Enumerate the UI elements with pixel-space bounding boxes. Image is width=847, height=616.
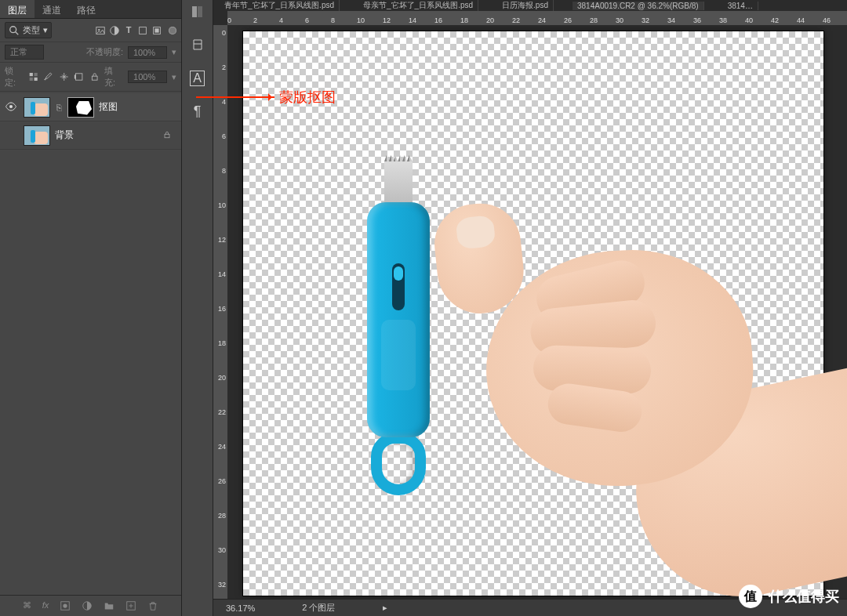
vertical-ruler[interactable]: 02468101214161820222426283032 <box>213 25 227 599</box>
link-layers-icon[interactable]: ⌘ <box>23 600 31 611</box>
svg-rect-9 <box>35 73 38 76</box>
arrow-icon <box>196 96 274 98</box>
canvas-viewport[interactable] <box>227 25 847 599</box>
svg-point-3 <box>98 28 100 30</box>
svg-rect-14 <box>92 76 97 80</box>
trash-icon[interactable] <box>147 600 158 611</box>
svg-rect-7 <box>154 28 158 32</box>
layer-row[interactable]: 背景 <box>0 121 181 150</box>
lock-brush-icon[interactable] <box>43 71 53 82</box>
svg-point-18 <box>64 603 67 607</box>
doc-tab[interactable]: 日历海报.psd <box>497 0 554 11</box>
svg-rect-11 <box>35 78 38 81</box>
annotation-callout: 蒙版抠图 <box>196 88 336 107</box>
folder-icon[interactable] <box>104 600 115 611</box>
panel-tabs: 图层 通道 路径 <box>0 0 181 19</box>
filter-type-dropdown[interactable]: 类型 ▾ <box>5 22 52 38</box>
chevron-down-icon[interactable]: ▾ <box>172 72 176 82</box>
svg-rect-13 <box>75 74 76 78</box>
lock-label: 锁定: <box>5 65 24 89</box>
doc-tab-active[interactable]: 3814A0019.CR2 @ 36.2%(RGB/8) <box>573 2 704 10</box>
horizontal-ruler[interactable]: 0246810121416182022242628303234363840424… <box>227 11 847 25</box>
svg-point-0 <box>10 26 16 32</box>
svg-rect-8 <box>30 73 33 76</box>
layer-count: 2 个图层 <box>302 602 335 614</box>
svg-rect-12 <box>76 74 82 80</box>
blend-mode-dropdown[interactable]: 正常 <box>5 45 44 60</box>
tab-channels[interactable]: 通道 <box>35 0 69 18</box>
watermark-text: 什么值得买 <box>769 587 839 606</box>
filter-label: 类型 <box>23 24 40 36</box>
doc-tab[interactable]: 青年节_它坏了_日系风线图.psd <box>220 0 340 11</box>
doc-tab[interactable]: 母亲节_它坏了_日系风线图.psd <box>358 0 478 11</box>
layers-list: ⎘ 抠图 背景 <box>0 92 181 595</box>
watermark: 值 什么值得买 <box>739 585 839 608</box>
layer-name[interactable]: 背景 <box>55 129 74 142</box>
blend-row: 正常 不透明度: 100% ▾ <box>0 42 181 63</box>
mask-thumbnail[interactable] <box>67 97 94 118</box>
hand-illustration <box>416 219 847 572</box>
lock-icon <box>162 130 172 141</box>
visibility-toggle[interactable] <box>3 102 19 113</box>
layer-row[interactable]: ⎘ 抠图 <box>0 93 181 121</box>
layers-panel: 图层 通道 路径 类型 ▾ T 正常 不透明度: 100% ▾ <box>0 0 182 616</box>
mask-link-icon[interactable]: ⎘ <box>55 103 63 112</box>
filter-toggle[interactable] <box>169 27 176 34</box>
layer-name[interactable]: 抠图 <box>99 100 118 114</box>
svg-rect-21 <box>192 6 197 17</box>
fill-label: 填充: <box>104 65 123 89</box>
adjustment-icon[interactable] <box>82 600 93 611</box>
layer-filter-row: 类型 ▾ T <box>0 19 181 42</box>
fill-input[interactable]: 100% <box>128 71 167 83</box>
svg-line-1 <box>16 31 19 34</box>
filter-shape-icon[interactable] <box>137 25 148 36</box>
swatch-icon[interactable] <box>191 5 205 20</box>
search-icon <box>9 25 20 36</box>
layer-thumbnail[interactable] <box>24 125 50 146</box>
svg-rect-22 <box>198 6 202 17</box>
filter-text-icon[interactable]: T <box>123 25 134 36</box>
character-icon[interactable]: A <box>190 71 205 86</box>
svg-point-15 <box>9 105 13 108</box>
lock-pixels-icon[interactable] <box>28 71 38 82</box>
chevron-down-icon: ▾ <box>43 25 48 35</box>
filter-adjust-icon[interactable] <box>109 25 120 36</box>
annotation-text: 蒙版抠图 <box>279 88 336 107</box>
lock-all-icon[interactable] <box>89 71 100 82</box>
zoom-level[interactable]: 36.17% <box>226 603 255 613</box>
lock-row: 锁定: 填充: 100% ▾ <box>0 63 181 92</box>
mask-icon[interactable] <box>60 600 71 611</box>
watermark-badge: 值 <box>739 585 762 608</box>
new-layer-icon[interactable] <box>125 600 136 611</box>
status-chevron-icon[interactable]: ▸ <box>383 603 387 613</box>
svg-rect-16 <box>165 134 169 138</box>
layer-thumbnail[interactable] <box>24 97 50 118</box>
utility-knife-illustration <box>367 161 430 491</box>
fx-icon[interactable]: fx <box>42 600 49 611</box>
opacity-label: 不透明度: <box>86 46 123 58</box>
artboard <box>243 31 823 596</box>
doc-tab[interactable]: 3814… <box>723 2 758 10</box>
filter-image-icon[interactable] <box>95 25 106 36</box>
document-tabs: 青年节_它坏了_日系风线图.psd 母亲节_它坏了_日系风线图.psd 日历海报… <box>213 0 847 11</box>
lock-position-icon[interactable] <box>59 71 69 82</box>
lock-artboard-icon[interactable] <box>74 71 84 82</box>
svg-rect-5 <box>140 27 147 34</box>
filter-smart-icon[interactable] <box>151 25 162 36</box>
panel-footer: ⌘ fx <box>0 595 181 616</box>
tab-paths[interactable]: 路径 <box>69 0 104 18</box>
opacity-input[interactable]: 100% <box>128 46 167 59</box>
chevron-down-icon[interactable]: ▾ <box>172 47 176 57</box>
library-icon[interactable] <box>191 38 205 53</box>
svg-rect-10 <box>30 78 33 81</box>
tab-layers[interactable]: 图层 <box>0 0 35 18</box>
